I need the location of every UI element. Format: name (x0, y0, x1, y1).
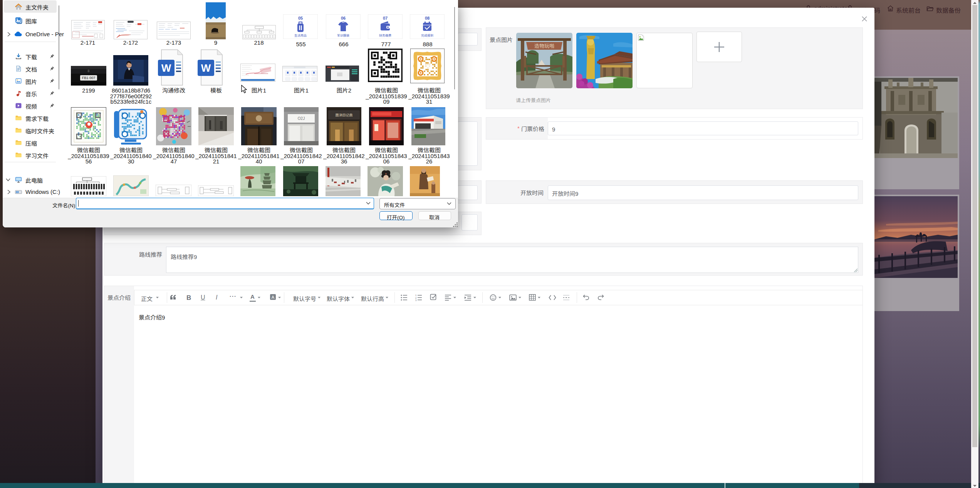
svg-text:3: 3 (415, 299, 417, 301)
svg-text:圖津四记鼎: 圖津四记鼎 (335, 113, 352, 117)
svg-text:财务缴费: 财务缴费 (379, 34, 391, 37)
svg-text:2: 2 (415, 297, 417, 299)
svg-text:造物玩啪: 造物玩啪 (534, 43, 554, 49)
svg-text:W: W (201, 62, 211, 74)
svg-text:06: 06 (341, 16, 346, 20)
svg-text:完成报到: 完成报到 (421, 34, 433, 37)
svg-text:05: 05 (298, 16, 303, 20)
svg-text:A: A (272, 295, 275, 300)
svg-text:生活用品: 生活用品 (294, 34, 307, 37)
svg-text:07: 07 (383, 16, 388, 20)
svg-text:08: 08 (425, 16, 430, 20)
svg-text:W: W (161, 62, 171, 74)
svg-text:FB1·007: FB1·007 (82, 76, 96, 80)
svg-text:O2J: O2J (298, 116, 305, 121)
svg-text:1: 1 (415, 294, 417, 296)
svg-text:军训服装: 军训服装 (337, 34, 349, 37)
